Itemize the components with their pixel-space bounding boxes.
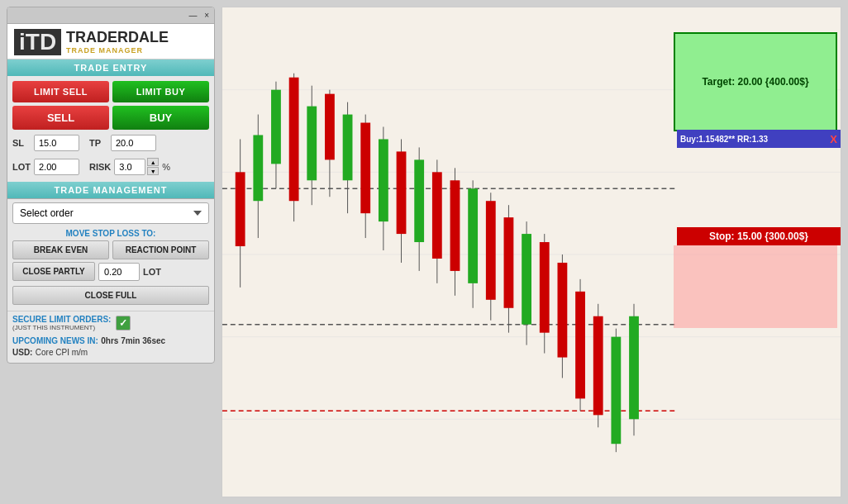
entry-label: Buy:1.15482** RR:1.33 [680, 135, 768, 144]
svg-rect-52 [611, 337, 621, 445]
select-order-dropdown[interactable]: Select order [12, 202, 209, 224]
minimize-button[interactable]: — [188, 11, 197, 20]
lot-unit-label: LOT [143, 267, 161, 277]
chart-area: Target: 20.00 {400.00$} Buy:1.15482** RR… [222, 7, 841, 497]
news-description: Core CPI m/m [36, 348, 88, 357]
sell-button[interactable]: SELL [12, 106, 109, 130]
svg-rect-48 [575, 292, 585, 399]
trade-management-header: TRADE MANAGEMENT [7, 182, 214, 198]
svg-rect-32 [432, 172, 442, 259]
upcoming-news-label: UPCOMING NEWS IN: [12, 336, 98, 345]
target-label: Target: 20.00 {400.00$} [702, 76, 808, 88]
svg-rect-50 [593, 316, 603, 416]
trade-entry-header: TRADE ENTRY [7, 59, 214, 76]
logo-trader: TRADER [66, 29, 128, 45]
pct-label: % [162, 162, 170, 172]
move-stop-label: MOVE STOP LOSS TO: [12, 229, 209, 238]
svg-rect-20 [325, 94, 335, 160]
news-row1: UPCOMING NEWS IN: 0hrs 7min 36sec [12, 335, 209, 346]
svg-rect-14 [271, 90, 281, 164]
logo-icon: iTD [14, 29, 61, 55]
risk-container: ▲ ▼ % [114, 158, 170, 175]
panel-controls: — × [188, 11, 209, 20]
logo-text: TRADERDALE TRADE MANAGER [66, 30, 169, 55]
sl-tp-row: SL TP [7, 131, 214, 155]
close-button[interactable]: × [204, 11, 209, 20]
secure-limit-row: SECURE LIMIT ORDERS: (JUST THIS INSTRUME… [7, 311, 214, 331]
break-even-button[interactable]: BREAK EVEN [12, 240, 109, 259]
svg-rect-34 [450, 180, 460, 271]
risk-down-button[interactable]: ▼ [147, 167, 159, 175]
sl-label: SL [12, 138, 31, 148]
buy-button[interactable]: BUY [112, 106, 209, 130]
svg-rect-22 [343, 115, 353, 181]
svg-rect-36 [468, 188, 478, 283]
close-partly-button[interactable]: CLOSE PARTLY [12, 262, 95, 281]
news-area: UPCOMING NEWS IN: 0hrs 7min 36sec USD: C… [7, 331, 214, 363]
risk-input[interactable] [114, 159, 145, 175]
close-partly-row: CLOSE PARTLY LOT [12, 262, 209, 281]
svg-rect-44 [540, 242, 550, 333]
tp-input[interactable] [111, 135, 156, 151]
stop-label: Stop: 15.00 {300.00$} [709, 231, 808, 242]
close-full-button[interactable]: CLOSE FULL [12, 286, 209, 305]
logo-dale: DALE [128, 29, 169, 45]
svg-rect-16 [289, 78, 299, 201]
tp-label: TP [89, 138, 107, 148]
stop-box: Stop: 15.00 {300.00$} [677, 227, 841, 245]
risk-up-button[interactable]: ▲ [147, 158, 159, 166]
svg-rect-28 [397, 151, 407, 234]
entry-box: Buy:1.15482** RR:1.33 X [677, 130, 841, 148]
logo-area: iTD TRADERDALE TRADE MANAGER [7, 24, 214, 59]
logo-tagline: TRADE MANAGER [66, 46, 169, 55]
news-time: 0hrs 7min 36sec [101, 336, 165, 345]
trade-management-section: Select order MOVE STOP LOSS TO: BREAK EV… [7, 198, 214, 311]
stop-zone [674, 245, 837, 328]
lot-risk-row: LOT RISK ▲ ▼ % [7, 155, 214, 180]
svg-rect-54 [629, 316, 639, 420]
logo-trader-dale: TRADERDALE [66, 30, 169, 46]
limit-sell-button[interactable]: LIMIT SELL [12, 81, 109, 102]
svg-rect-38 [486, 201, 496, 300]
news-row2: USD: Core CPI m/m [12, 346, 209, 358]
left-panel: — × iTD TRADERDALE TRADE MANAGER TRADE E… [7, 7, 215, 364]
svg-rect-18 [307, 107, 317, 181]
svg-rect-26 [379, 139, 388, 221]
secure-limit-sublabel: (JUST THIS INSTRUMENT) [12, 324, 111, 331]
lot-label: LOT [12, 162, 31, 172]
secure-limit-checkbox[interactable]: ✓ [116, 316, 131, 330]
news-currency: USD: [12, 348, 32, 357]
sl-input[interactable] [34, 135, 79, 151]
svg-rect-40 [504, 217, 514, 308]
svg-rect-46 [557, 263, 567, 358]
limit-buy-button[interactable]: LIMIT BUY [112, 81, 209, 102]
sell-buy-buttons-row: SELL BUY [7, 104, 214, 131]
limit-buttons-row: LIMIT SELL LIMIT BUY [7, 76, 214, 104]
trade-boxes: Target: 20.00 {400.00$} Buy:1.15482** RR… [674, 32, 841, 214]
target-box: Target: 20.00 {400.00$} [674, 32, 837, 131]
lot-input[interactable] [34, 159, 79, 175]
risk-label: RISK [89, 162, 111, 172]
entry-close-button[interactable]: X [830, 133, 837, 145]
svg-rect-12 [253, 135, 263, 201]
panel-title-bar: — × [7, 7, 214, 24]
svg-rect-30 [414, 159, 424, 242]
check-icon: ✓ [119, 317, 127, 329]
close-lot-input[interactable] [98, 263, 140, 281]
svg-rect-42 [522, 234, 531, 325]
break-even-reaction-row: BREAK EVEN REACTION POINT [12, 240, 209, 259]
secure-limit-label: SECURE LIMIT ORDERS: [12, 315, 111, 324]
reaction-point-button[interactable]: REACTION POINT [112, 240, 209, 259]
svg-rect-24 [360, 123, 370, 214]
svg-rect-10 [236, 172, 245, 246]
